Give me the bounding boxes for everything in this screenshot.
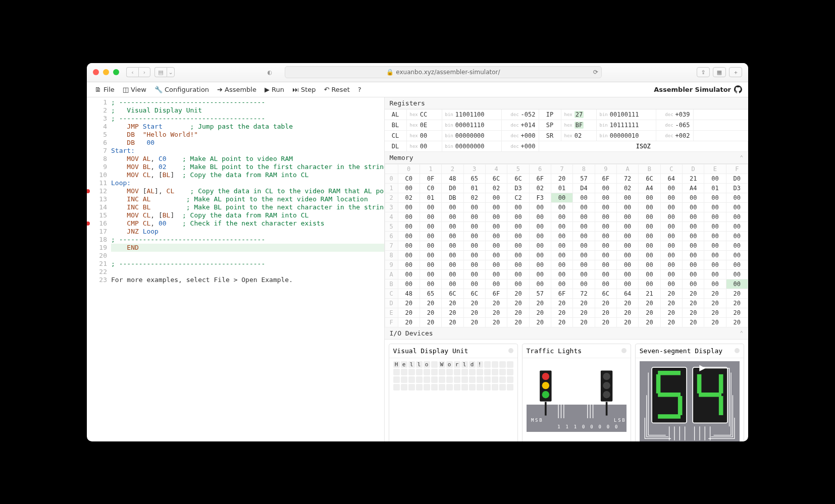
registers-panel: ALhexCCbin11001100dec-052IPhex27bin00100… [385, 109, 749, 152]
tabs-button[interactable]: ▦ [713, 67, 726, 77]
line-number[interactable]: 6 [87, 139, 107, 147]
line-number[interactable]: 22 [87, 268, 107, 276]
memory-cell: 00 [398, 241, 420, 250]
line-number[interactable]: 18 [87, 236, 107, 244]
register-cell: bin00001110 [442, 120, 502, 130]
line-number[interactable]: 23 [87, 276, 107, 284]
assemble-button[interactable]: ➔Assemble [213, 82, 260, 97]
menu-view[interactable]: ◫View [119, 82, 150, 97]
code-line[interactable]: MOV CL, [BL] ; Copy the data from RAM in… [111, 211, 308, 219]
memory-cell: 20 [529, 308, 551, 317]
memory-row: 0C00F48656C6C6F20576F726C642100D0 [385, 174, 748, 183]
run-button[interactable]: ▶Run [260, 82, 288, 97]
code-line[interactable]: MOV CL, [BL] ; Copy the data from RAM in… [111, 171, 308, 179]
code-line[interactable]: DB 00 [111, 139, 154, 146]
code-line[interactable]: CMP CL, 00 ; Check if the next character… [111, 219, 325, 227]
line-number[interactable]: 7 [87, 147, 107, 155]
memory-cell: 01 [704, 183, 726, 193]
memory-cell: 00 [682, 202, 704, 212]
memory-cell: 00 [551, 202, 572, 212]
step-button[interactable]: ⏭Step [288, 82, 320, 97]
code-line[interactable]: Loop: [111, 179, 131, 187]
minimize-icon[interactable] [103, 69, 109, 75]
line-number[interactable]: 13 [87, 195, 107, 203]
new-tab-button[interactable]: ＋ [729, 67, 742, 77]
code-line[interactable]: MOV [AL], CL ; Copy the data in CL to th… [111, 187, 384, 195]
memory-cell: 00 [726, 212, 748, 221]
memory-cell: 00 [726, 193, 748, 202]
reload-icon[interactable]: ⟳ [593, 69, 598, 76]
code-line[interactable]: JMP Start ; Jump past the data table [111, 123, 293, 130]
reset-button[interactable]: ↶Reset [320, 82, 354, 97]
line-number[interactable]: 9 [87, 163, 107, 171]
chevron-up-icon[interactable]: ⌃ [740, 330, 743, 337]
close-icon[interactable] [93, 69, 99, 75]
line-number[interactable]: 4 [87, 123, 107, 131]
memory-cell: 20 [463, 308, 485, 317]
line-number[interactable]: 2 [87, 106, 107, 115]
zoom-icon[interactable] [113, 69, 119, 75]
code-line[interactable]: DB "Hello World!" [111, 131, 198, 138]
code-line[interactable]: ; ------------------------------------- [111, 98, 265, 106]
line-number[interactable]: 1 [87, 98, 107, 106]
memory-row: D20202020202020202020202020202020 [385, 298, 748, 308]
memory-row-header: C [385, 289, 398, 298]
code-line[interactable]: END [111, 244, 384, 252]
code-line[interactable]: JNZ Loop [111, 228, 159, 235]
line-number[interactable]: 12 [87, 187, 107, 195]
line-number[interactable]: 5 [87, 131, 107, 139]
vdu-cell [408, 376, 415, 383]
line-number[interactable]: 19 [87, 244, 107, 252]
line-number[interactable]: 20 [87, 252, 107, 260]
code-line[interactable]: ; ------------------------------------- [111, 260, 265, 267]
vdu-cell [416, 376, 423, 383]
line-number[interactable]: 10 [87, 171, 107, 179]
memory-cell: C2 [507, 193, 529, 202]
register-cell: dec+000 [502, 141, 539, 151]
chevron-up-icon[interactable]: ⌃ [740, 154, 743, 161]
menu-file[interactable]: 🗎File [91, 82, 119, 97]
code-line[interactable]: ; ------------------------------------- [111, 236, 265, 243]
vdu-cell: o [424, 361, 430, 368]
line-number[interactable]: 3 [87, 115, 107, 123]
vdu-cell: l [461, 361, 468, 368]
code-line[interactable]: MOV AL, C0 ; Make AL point to video RAM [111, 155, 293, 162]
address-bar[interactable]: 🔒 exuanbo.xyz/assembler-simulator/ ⟳ [285, 66, 602, 78]
line-number[interactable]: 14 [87, 203, 107, 211]
io-header[interactable]: I/O Devices⌃ [385, 327, 749, 340]
menu-configuration[interactable]: 🔧Configuration [150, 82, 213, 97]
code-editor[interactable]: 1234567891011121314151617181920212223 ; … [87, 97, 385, 441]
registers-header[interactable]: Registers [385, 97, 749, 109]
sidebar-menu[interactable]: ⌄ [167, 67, 175, 77]
sidebar-button[interactable]: ▤ [154, 67, 167, 77]
memory-cell: 20 [442, 317, 463, 327]
github-icon[interactable] [734, 85, 742, 93]
line-number[interactable]: 21 [87, 260, 107, 268]
code-line[interactable]: For more examples, select File > Open Ex… [111, 276, 293, 284]
share-button[interactable]: ⇪ [697, 67, 710, 77]
forward-button[interactable]: › [138, 67, 150, 77]
memory-header[interactable]: Memory⌃ [385, 152, 749, 164]
code-line[interactable]: ; ------------------------------------- [111, 115, 265, 122]
code-line[interactable]: INC AL ; Make AL point to the next video… [111, 195, 368, 203]
line-number[interactable]: 17 [87, 228, 107, 236]
undo-icon: ↶ [324, 86, 330, 93]
line-number[interactable]: 16 [87, 219, 107, 228]
memory-cell: 00 [420, 250, 441, 260]
help-button[interactable]: ? [354, 82, 366, 97]
memory-cell: 00 [704, 212, 726, 221]
memory-row: A00000000000000000000000000000000 [385, 269, 748, 279]
code-line[interactable]: INC BL ; Make BL point to the next chara… [111, 203, 384, 211]
memory-col-header: 4 [485, 164, 507, 174]
memory-cell: 20 [682, 298, 704, 308]
code-body[interactable]: ; ------------------------------------- … [111, 97, 384, 441]
line-number[interactable]: 8 [87, 155, 107, 163]
code-line[interactable]: Start: [111, 147, 135, 154]
line-number[interactable]: 15 [87, 211, 107, 219]
back-button[interactable]: ‹ [126, 67, 138, 77]
shield-icon[interactable]: ◐ [264, 67, 276, 77]
code-line[interactable]: ; Visual Display Unit [111, 106, 202, 114]
memory-cell: 00 [704, 202, 726, 212]
line-number[interactable]: 11 [87, 179, 107, 187]
code-line[interactable]: MOV BL, 02 ; Make BL point to the first … [111, 163, 384, 171]
